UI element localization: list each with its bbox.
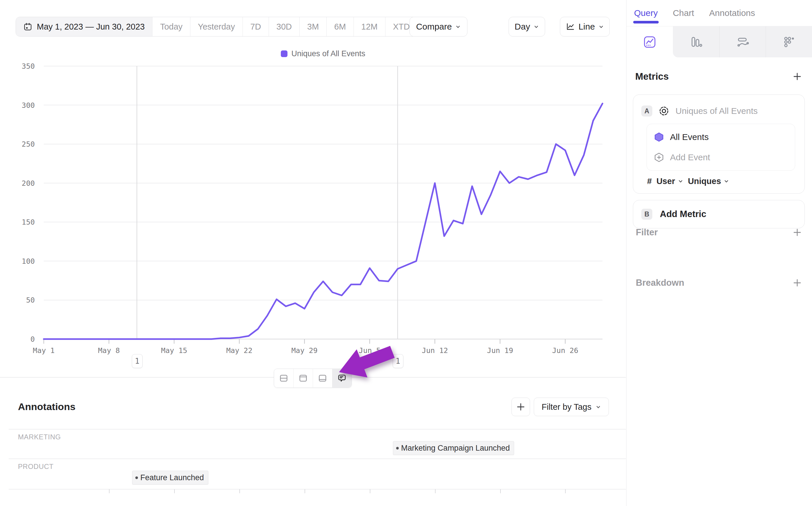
add-filter-plus-icon[interactable] <box>792 227 802 238</box>
filter-label: Filter <box>636 227 658 238</box>
event-name: All Events <box>670 132 709 142</box>
filter-by-tags-label: Filter by Tags <box>542 402 592 412</box>
svg-text:May 1: May 1 <box>33 346 55 355</box>
metric-a-badge: A <box>641 105 652 116</box>
sidebar-tab-annotations[interactable]: Annotations <box>709 0 755 26</box>
agg-type-label: Uniques <box>688 176 721 186</box>
insights-report-screen: May 1, 2023 — Jun 30, 2023 TodayYesterda… <box>0 0 812 506</box>
event-hexagon-icon <box>654 132 664 142</box>
annotation-count-badge[interactable]: 1 <box>393 354 403 368</box>
add-metric-plus-icon[interactable] <box>792 71 802 82</box>
chevron-down-icon <box>724 178 729 184</box>
svg-text:100: 100 <box>22 257 35 265</box>
comment-layout-button[interactable] <box>332 369 352 388</box>
annotation-chip[interactable]: Marketing Campaign Launched <box>393 441 514 455</box>
add-breakdown-plus-icon[interactable] <box>792 278 802 288</box>
timeline-ruler-tick <box>435 489 436 493</box>
timeline-ruler-tick <box>565 489 566 493</box>
plus-icon <box>516 402 526 412</box>
chart-type-tab-flow[interactable] <box>719 26 766 57</box>
agg-symbol: # <box>647 176 652 186</box>
chart-type-tab-retention[interactable] <box>765 26 812 57</box>
active-tab-underline <box>633 21 659 23</box>
metric-card-a: A Uniques of All Events All Events Add E… <box>633 94 805 193</box>
svg-text:Jun 26: Jun 26 <box>552 346 578 355</box>
panel-bottom-icon <box>318 373 328 383</box>
svg-text:May 8: May 8 <box>98 346 120 355</box>
aggregation-row: # User Uniques <box>647 176 729 186</box>
layout-mini-toolbar <box>274 369 352 388</box>
filter-by-tags-button[interactable]: Filter by Tags <box>534 398 609 416</box>
chart-type-tab-bar-chart[interactable] <box>673 26 719 57</box>
chart-type-tab-insights[interactable] <box>627 26 673 57</box>
add-metric-label: Add Metric <box>660 209 706 220</box>
agg-entity-label: User <box>656 176 675 186</box>
retention-icon <box>783 35 796 49</box>
split-rows-layout-button[interactable] <box>274 369 293 388</box>
split-rows-icon <box>279 373 289 383</box>
annotation-count-badge[interactable]: 1 <box>132 354 143 368</box>
line-chart-canvas[interactable]: 050100150200250300350May 1May 8May 15May… <box>0 0 626 388</box>
svg-text:50: 50 <box>26 296 35 304</box>
annotations-heading: Annotations <box>18 401 75 412</box>
annotation-dot-icon <box>396 447 399 449</box>
svg-text:Jun 5: Jun 5 <box>359 346 380 355</box>
event-row-all-events[interactable]: All Events <box>654 128 790 146</box>
timeline-ruler-tick <box>304 489 305 493</box>
agg-type-dropdown[interactable]: Uniques <box>688 176 729 186</box>
metric-a-title[interactable]: Uniques of All Events <box>675 106 758 116</box>
add-event-row[interactable]: Add Event <box>654 148 790 166</box>
lane-divider <box>9 458 626 459</box>
timeline-ruler-tick <box>174 489 175 493</box>
add-event-label: Add Event <box>670 153 710 162</box>
lane-divider <box>9 489 626 490</box>
timeline-ruler-tick <box>239 489 240 493</box>
svg-text:May 15: May 15 <box>161 346 187 355</box>
svg-text:300: 300 <box>22 101 35 109</box>
metrics-heading: Metrics <box>635 71 669 82</box>
tab-label: Query <box>634 8 658 18</box>
svg-text:350: 350 <box>22 62 35 70</box>
sidebar-tab-query[interactable]: Query <box>634 0 658 26</box>
svg-text:0: 0 <box>30 335 35 343</box>
flow-icon <box>736 35 749 49</box>
svg-text:250: 250 <box>22 140 35 148</box>
annotation-chip-label: Marketing Campaign Launched <box>401 444 510 453</box>
svg-text:200: 200 <box>22 179 35 187</box>
timeline-ruler-tick <box>500 489 501 493</box>
breakdown-label: Breakdown <box>636 278 684 288</box>
chart-type-tab-group <box>673 26 812 57</box>
svg-text:Jun 19: Jun 19 <box>487 346 513 355</box>
add-annotation-button[interactable] <box>512 398 530 416</box>
annotation-chip[interactable]: Feature Launched <box>132 471 208 485</box>
timeline-ruler-tick <box>370 489 370 493</box>
agg-entity-dropdown[interactable]: User <box>656 176 683 186</box>
svg-text:150: 150 <box>22 218 35 226</box>
annotation-dot-icon <box>135 477 138 479</box>
panel-top-icon <box>298 373 308 383</box>
metric-b-badge: B <box>641 209 652 220</box>
events-card: All Events Add Event <box>646 124 795 171</box>
tab-label: Chart <box>673 8 694 18</box>
lane-label-marketing: MARKETING <box>18 433 61 441</box>
filter-section: Filter <box>636 223 802 242</box>
panel-top-layout-button[interactable] <box>293 369 313 388</box>
lane-label-product: PRODUCT <box>18 462 54 471</box>
svg-text:May 22: May 22 <box>226 346 252 355</box>
chevron-down-icon <box>678 178 683 184</box>
timeline-ruler-tick <box>109 489 109 493</box>
svg-text:Jun 12: Jun 12 <box>422 346 448 355</box>
chart-type-strip <box>627 26 812 57</box>
metric-settings-icon[interactable] <box>657 105 670 117</box>
breakdown-section: Breakdown <box>636 273 802 292</box>
tab-label: Annotations <box>709 8 755 18</box>
add-event-hexagon-icon <box>654 152 664 163</box>
insights-icon <box>643 35 656 49</box>
sidebar-tab-chart[interactable]: Chart <box>673 0 694 26</box>
sidebar-tabs: QueryChartAnnotations <box>627 0 812 26</box>
bar-chart-icon <box>690 35 703 49</box>
comment-icon <box>337 373 347 383</box>
annotation-chip-label: Feature Launched <box>140 473 204 482</box>
panel-bottom-layout-button[interactable] <box>313 369 332 388</box>
chevron-down-icon <box>596 404 601 410</box>
